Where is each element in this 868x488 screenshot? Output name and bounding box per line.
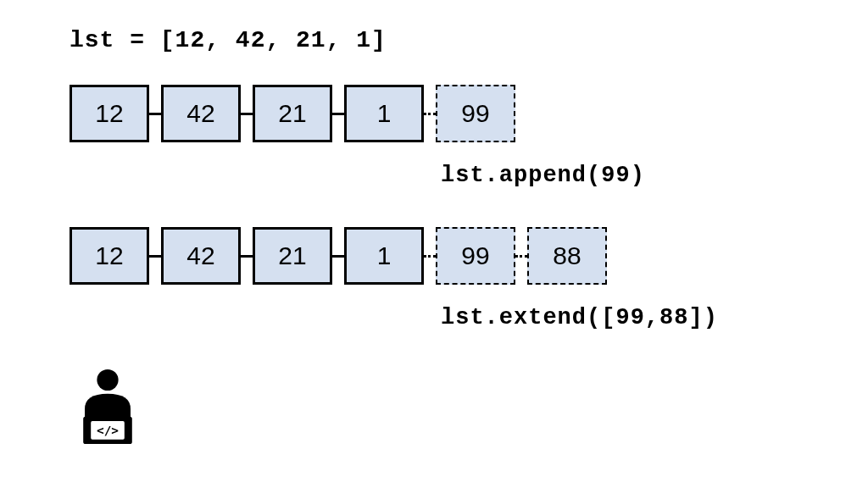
connector bbox=[149, 113, 161, 115]
extend-caption: lst.extend([99,88]) bbox=[441, 305, 718, 330]
connector bbox=[241, 255, 253, 258]
svg-point-0 bbox=[97, 369, 118, 391]
list-cell: 12 bbox=[70, 227, 149, 285]
connector bbox=[241, 113, 253, 115]
list-cell: 1 bbox=[344, 85, 424, 142]
list-assignment-code: lst = [12, 42, 21, 1] bbox=[70, 27, 387, 53]
extend-row: 12 42 21 1 99 88 bbox=[70, 227, 607, 285]
extended-cell: 99 bbox=[436, 227, 515, 285]
list-cell: 21 bbox=[253, 227, 332, 285]
connector-dotted bbox=[424, 255, 436, 258]
list-cell: 12 bbox=[70, 85, 149, 142]
append-row: 12 42 21 1 99 bbox=[70, 85, 515, 142]
connector bbox=[332, 255, 344, 258]
list-cell: 1 bbox=[344, 227, 424, 285]
extended-cell: 88 bbox=[527, 227, 607, 285]
connector bbox=[149, 255, 161, 258]
list-cell: 21 bbox=[253, 85, 332, 142]
list-cell: 42 bbox=[161, 227, 241, 285]
list-cell: 42 bbox=[161, 85, 241, 142]
append-caption: lst.append(99) bbox=[441, 163, 645, 188]
programmer-icon: </> bbox=[70, 364, 146, 449]
connector-dotted bbox=[515, 255, 527, 258]
appended-cell: 99 bbox=[436, 85, 515, 142]
svg-text:</>: </> bbox=[97, 424, 119, 437]
connector-dotted bbox=[424, 113, 436, 115]
connector bbox=[332, 113, 344, 115]
